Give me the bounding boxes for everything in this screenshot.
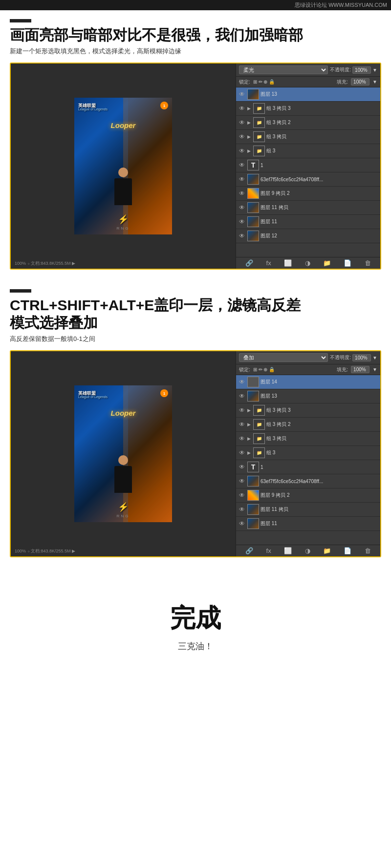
eye-icon-11cb[interactable]: 👁 [238, 506, 246, 513]
layer-item-g3c[interactable]: 👁 ▶ 📁 组 3 拷贝 [236, 130, 380, 144]
section-2-title: CTRL+SHIFT+ALT+E盖印一层，滤镜高反差 模式选择叠加 [10, 296, 381, 332]
folder-btn-2[interactable]: 📁 [321, 547, 333, 554]
completion-subtitle: 三克油！ [10, 640, 381, 652]
layer-item-11c[interactable]: 👁 图层 11 拷贝 [236, 201, 380, 215]
layer-item-63efb[interactable]: 👁 63ef7f5fc6ce5cc2f4a4708ff... [236, 474, 380, 488]
layer-name-t1b: 1 [261, 465, 378, 470]
eye-icon-14[interactable]: 👁 [238, 378, 246, 386]
eye-icon-12[interactable]: 👁 [238, 232, 246, 240]
layer-thumb-9c2b [247, 490, 259, 501]
layer-thumb-63efb [247, 476, 259, 487]
arrow-g3c3b: ▶ [247, 408, 251, 413]
layer-thumb-13 [247, 89, 259, 100]
fill-dropdown-icon-1: ▼ [372, 79, 377, 85]
eye-icon-g3cb[interactable]: 👁 [238, 435, 246, 443]
layer-item-t1[interactable]: 👁 T 1 [236, 158, 380, 172]
layer-thumb-g3cb: 📁 [253, 433, 265, 444]
layer-thumb-g3: 📁 [253, 146, 265, 156]
eye-icon-63efb[interactable]: 👁 [238, 477, 246, 485]
link-layers-btn-2[interactable]: 🔗 [243, 547, 255, 554]
layer-name-g3c2b: 组 3 拷贝 2 [266, 421, 378, 428]
delete-layer-btn-1[interactable]: 🗑 [363, 259, 373, 267]
eye-icon-13[interactable]: 👁 [238, 90, 246, 98]
layer-name-13b: 图层 13 [261, 393, 378, 400]
layer-thumb-g3c2b: 📁 [253, 419, 265, 430]
eye-icon-9c2[interactable]: 👁 [238, 190, 246, 197]
layer-name-g3: 组 3 [266, 148, 378, 154]
layer-thumb-11 [247, 216, 259, 227]
layer-item-13[interactable]: 👁 图层 13 [236, 87, 380, 102]
layer-item-9c2[interactable]: 👁 图层 9 拷贝 2 [236, 187, 380, 201]
adjustment-btn-2[interactable]: ◑ [303, 547, 312, 554]
ps-body-1: 英雄联盟 League of Legends Looper 1 ⚡ RNG [11, 64, 380, 269]
eye-icon-g3[interactable]: 👁 [238, 147, 246, 155]
blend-mode-select-1[interactable]: 柔光 [239, 65, 328, 74]
mask-btn-2[interactable]: ⬜ [282, 547, 294, 554]
canvas-badge-1: 1 [160, 102, 168, 109]
blend-mode-select-2[interactable]: 叠加 [239, 353, 328, 362]
eye-icon-13b[interactable]: 👁 [238, 392, 246, 400]
canvas-looper-1: Looper [111, 121, 136, 129]
layer-item-t1b[interactable]: 👁 T 1 [236, 460, 380, 474]
eye-icon-9c2b[interactable]: 👁 [238, 491, 246, 499]
link-layers-btn-1[interactable]: 🔗 [243, 259, 255, 267]
layer-item-11cb[interactable]: 👁 图层 11 拷贝 [236, 503, 380, 517]
layer-item-11[interactable]: 👁 图层 11 [236, 215, 380, 229]
new-layer-btn-2[interactable]: 📄 [342, 547, 353, 554]
layer-name-g3c2: 组 3 拷贝 2 [266, 119, 378, 126]
opacity-row-1: 不透明度: 100% ▼ [330, 66, 377, 74]
completion-title: 完成 [10, 601, 381, 635]
eye-icon-11[interactable]: 👁 [238, 218, 246, 226]
eye-icon-63ef[interactable]: 👁 [238, 175, 246, 183]
layer-item-9c2b[interactable]: 👁 图层 9 拷贝 2 [236, 488, 380, 503]
eye-icon-g3b[interactable]: 👁 [238, 449, 246, 457]
layer-item-63ef[interactable]: 👁 63ef7f5fc6ce5cc2f4a4708ff... [236, 172, 380, 187]
layer-name-g3c: 组 3 拷贝 [266, 133, 378, 140]
layer-thumb-14 [247, 377, 259, 387]
eye-icon-11b[interactable]: 👁 [238, 520, 246, 528]
mask-btn-1[interactable]: ⬜ [282, 259, 294, 267]
adjustment-btn-1[interactable]: ◑ [303, 259, 312, 267]
layer-name-11cb: 图层 11 拷贝 [261, 506, 378, 513]
layer-item-g3c2b[interactable]: 👁 ▶ 📁 组 3 拷贝 2 [236, 418, 380, 432]
canvas-badge-2: 1 [160, 389, 168, 397]
layer-item-g3[interactable]: 👁 ▶ 📁 组 3 [236, 144, 380, 158]
layer-item-g3c3b[interactable]: 👁 ▶ 📁 组 3 拷贝 3 [236, 403, 380, 418]
layer-thumb-g3c: 📁 [253, 131, 265, 142]
eye-icon-t1b[interactable]: 👁 [238, 463, 246, 471]
layer-item-g3cb[interactable]: 👁 ▶ 📁 组 3 拷贝 [236, 432, 380, 446]
eye-icon-g3c3b[interactable]: 👁 [238, 406, 246, 414]
canvas-logo-2: ⚡ [118, 502, 129, 512]
eye-icon-g3c[interactable]: 👁 [238, 133, 246, 141]
arrow-g3cb: ▶ [247, 436, 251, 441]
layer-name-14: 图层 14 [261, 379, 378, 385]
dropdown-icon-1: ▼ [372, 67, 377, 73]
eye-icon-g3c2b[interactable]: 👁 [238, 421, 246, 428]
layer-item-g3c2[interactable]: 👁 ▶ 📁 组 3 拷贝 2 [236, 116, 380, 130]
layer-item-g3c3[interactable]: 👁 ▶ 📁 组 3 拷贝 3 [236, 102, 380, 116]
fill-label-2: 填充: [337, 366, 348, 373]
canvas-overlay-orange-1 [123, 98, 172, 234]
effects-btn-2[interactable]: fx [264, 547, 273, 554]
section-2: CTRL+SHIFT+ALT+E盖印一层，滤镜高反差 模式选择叠加 高反差保留数… [0, 275, 391, 562]
layer-item-13b[interactable]: 👁 图层 13 [236, 389, 380, 403]
layer-thumb-13b [247, 391, 259, 402]
layer-item-12[interactable]: 👁 图层 12 [236, 229, 380, 243]
arrow-g3c2b: ▶ [247, 422, 251, 427]
layer-item-14[interactable]: 👁 图层 14 [236, 375, 380, 389]
eye-icon-g3c3[interactable]: 👁 [238, 105, 246, 112]
lock-icons-1: ⊞ ✏ ⊕ 🔒 [253, 79, 275, 85]
layer-thumb-g3b: 📁 [253, 447, 265, 458]
new-layer-btn-1[interactable]: 📄 [342, 259, 353, 267]
layer-item-11b[interactable]: 👁 图层 11 [236, 517, 380, 531]
canvas-overlay-orange-2 [123, 385, 172, 522]
effects-btn-1[interactable]: fx [264, 259, 273, 267]
eye-icon-g3c2[interactable]: 👁 [238, 119, 246, 127]
eye-icon-t1[interactable]: 👁 [238, 161, 246, 169]
folder-btn-1[interactable]: 📁 [321, 259, 333, 267]
eye-icon-11c[interactable]: 👁 [238, 204, 246, 212]
delete-layer-btn-2[interactable]: 🗑 [363, 547, 373, 554]
layer-name-g3c3b: 组 3 拷贝 3 [266, 407, 378, 414]
layer-name-11b: 图层 11 [261, 520, 378, 527]
layer-item-g3b[interactable]: 👁 ▶ 📁 组 3 [236, 446, 380, 460]
